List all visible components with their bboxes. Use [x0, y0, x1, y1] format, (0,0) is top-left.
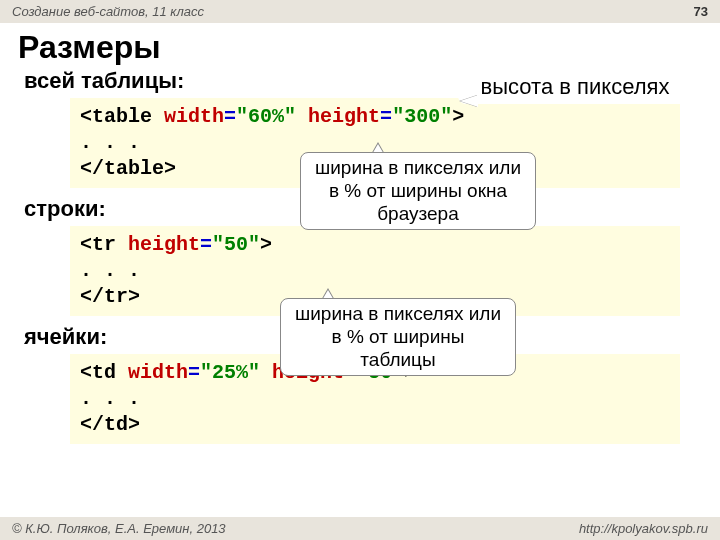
callout-width-table: ширина в пикселях или в % от ширины табл… — [280, 298, 516, 376]
slide-title: Размеры — [18, 29, 720, 66]
page-number: 73 — [694, 4, 708, 19]
slide-footer: © К.Ю. Поляков, Е.А. Еремин, 2013 http:/… — [0, 517, 720, 540]
callout-tail — [460, 95, 478, 107]
copyright: © К.Ю. Поляков, Е.А. Еремин, 2013 — [12, 521, 226, 536]
callout-width-browser: ширина в пикселях или в % от ширины окна… — [300, 152, 536, 230]
course-title: Создание веб-сайтов, 11 класс — [12, 4, 204, 19]
slide-header: Создание веб-сайтов, 11 класс 73 — [0, 0, 720, 23]
footer-url: http://kpolyakov.spb.ru — [579, 521, 708, 536]
callout-height: высота в пикселях — [458, 70, 692, 104]
